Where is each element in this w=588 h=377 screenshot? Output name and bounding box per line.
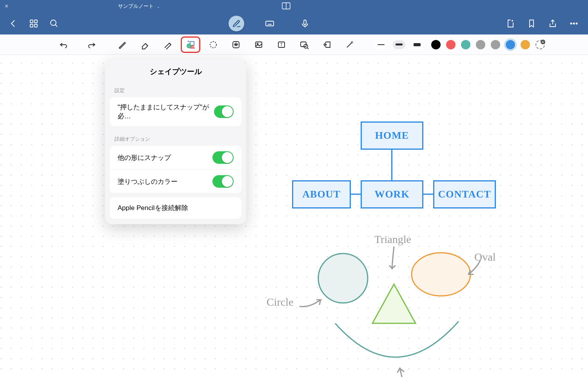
new-page-icon[interactable] [506, 19, 515, 30]
popover-title: シェイプツール [105, 59, 246, 82]
svg-rect-8 [266, 21, 274, 26]
popover-row-snap-other[interactable]: 他の形にスナップ [110, 146, 241, 170]
svg-text:✦: ✦ [187, 40, 190, 44]
svg-rect-14 [304, 20, 306, 25]
svg-point-26 [210, 42, 216, 48]
title-bar: × サンプルノート ⌄ [0, 0, 588, 13]
pen-tool[interactable] [113, 37, 132, 53]
tag-tool[interactable] [318, 37, 336, 53]
back-button[interactable] [8, 18, 19, 29]
color-red[interactable] [446, 40, 456, 49]
svg-rect-3 [34, 20, 37, 23]
zoom-tool[interactable] [295, 37, 314, 53]
color-gray2[interactable] [491, 40, 500, 49]
toggle-hold-snap[interactable] [214, 105, 234, 118]
keyboard-icon[interactable] [265, 19, 274, 30]
popover-row-fill-color[interactable]: 塗りつぶしのカラー [110, 170, 241, 193]
svg-rect-2 [30, 20, 33, 23]
color-swatch-group [431, 40, 545, 49]
flow-box-work: WORK [361, 180, 423, 208]
image-tool[interactable] [249, 37, 268, 53]
color-black[interactable] [431, 40, 441, 49]
stroke-thick[interactable] [411, 40, 423, 49]
toggle-snap-other[interactable] [212, 151, 234, 164]
stroke-thin[interactable] [375, 40, 387, 49]
mic-icon[interactable] [300, 19, 310, 30]
flow-box-about: ABOUT [292, 180, 351, 208]
svg-point-19 [570, 23, 572, 24]
svg-line-7 [55, 25, 57, 27]
grid-icon[interactable] [28, 18, 39, 29]
svg-line-35 [307, 48, 309, 49]
tool-bar: ✦ T [0, 34, 588, 55]
redo-button[interactable] [82, 37, 101, 53]
flow-box-home: HOME [361, 121, 423, 150]
undo-button[interactable] [54, 37, 73, 53]
note-title[interactable]: サンプルノート ⌄ [118, 3, 160, 10]
close-icon[interactable]: × [5, 3, 8, 10]
color-gray1[interactable] [476, 40, 485, 49]
label-oval: Oval [474, 251, 495, 263]
shape-tool[interactable]: ✦ [181, 37, 200, 53]
svg-rect-4 [30, 24, 33, 27]
highlighter-tool[interactable] [158, 37, 177, 53]
svg-line-22 [145, 44, 148, 46]
flow-box-contact: CONTACT [433, 180, 496, 208]
label-triangle: Triangle [374, 233, 411, 246]
more-icon[interactable] [569, 19, 579, 30]
stroke-medium[interactable] [393, 40, 405, 49]
eraser-tool[interactable] [136, 37, 154, 53]
stroke-width-group [375, 40, 423, 49]
svg-point-24 [187, 44, 191, 48]
svg-point-38 [412, 253, 470, 296]
bookmark-icon[interactable] [527, 19, 536, 30]
wand-tool[interactable] [340, 37, 359, 53]
color-orange[interactable] [521, 40, 530, 49]
svg-point-37 [318, 254, 368, 303]
shape-tool-popover: シェイプツール 設定 "押したままにしてスナップ"が必… 詳細オプション 他の形… [105, 59, 246, 224]
sticker-tool[interactable] [227, 37, 245, 53]
chevron-down-icon: ⌄ [157, 4, 160, 9]
svg-point-6 [51, 20, 56, 25]
color-blue[interactable] [506, 40, 515, 49]
svg-point-36 [325, 44, 327, 45]
svg-point-20 [573, 23, 574, 24]
popover-section-settings: 設定 [105, 82, 246, 97]
note-title-label: サンプルノート [118, 3, 154, 10]
pen-mode-button[interactable] [229, 16, 244, 31]
color-teal[interactable] [461, 40, 470, 49]
lasso-tool[interactable] [204, 37, 223, 53]
label-circle: Circle [267, 296, 293, 308]
search-icon[interactable] [49, 18, 60, 29]
share-icon[interactable] [548, 19, 557, 30]
split-view-icon[interactable] [281, 1, 291, 12]
popover-disconnect-pencil[interactable]: Apple Pencilを接続解除 [110, 197, 241, 219]
toggle-fill-color[interactable] [212, 175, 234, 188]
canvas[interactable]: HOME ABOUT WORK CONTACT Triangle Oval Ci… [0, 55, 588, 377]
color-add-button[interactable] [535, 40, 545, 49]
text-tool[interactable]: T [272, 37, 291, 53]
svg-rect-5 [34, 24, 37, 27]
popover-section-advanced: 詳細オプション [105, 130, 246, 146]
svg-point-21 [576, 23, 577, 24]
popover-row-hold-snap[interactable]: "押したままにしてスナップ"が必… [110, 97, 241, 126]
topbar-right-group [506, 19, 579, 30]
top-bar [0, 13, 588, 34]
svg-text:T: T [280, 43, 283, 47]
